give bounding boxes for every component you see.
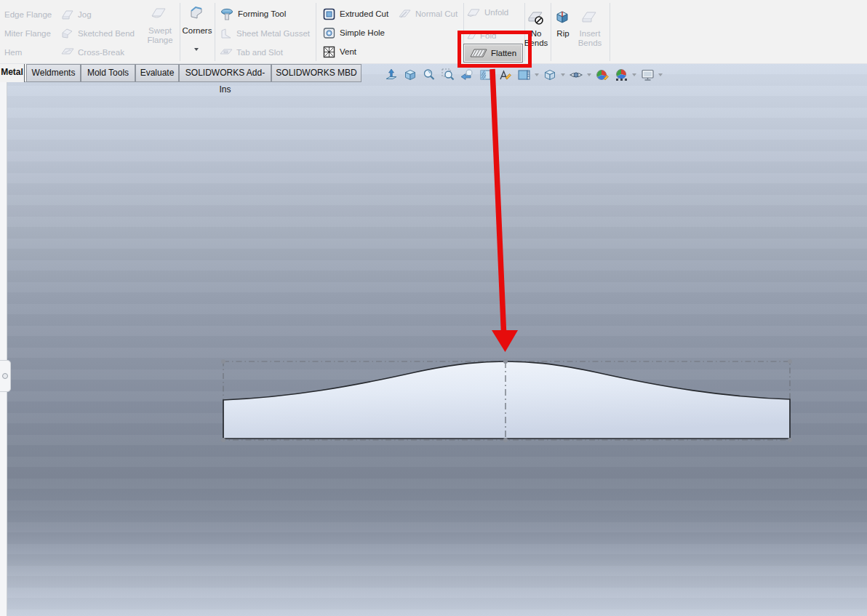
miter-flange-label: Miter Flange (4, 29, 51, 38)
insert-bends-label-1: Insert (574, 29, 606, 39)
vent-label: Vent (340, 47, 356, 56)
forming-tool-button[interactable]: Forming Tool (220, 7, 286, 20)
annotation-highlight-rectangle (458, 31, 532, 68)
forming-tool-icon (220, 7, 234, 21)
zoom-to-area-icon[interactable] (440, 68, 456, 82)
dropdown-caret[interactable] (587, 73, 591, 76)
display-style-cube-icon[interactable] (542, 68, 558, 82)
sketched-bend-label: Sketched Bend (78, 29, 135, 38)
part-profile[interactable] (223, 361, 790, 439)
heads-up-view-toolbar (383, 67, 663, 83)
cross-break-button: Cross-Break (61, 46, 124, 59)
tab-and-slot-label: Tab and Slot (236, 48, 283, 57)
tab-weldments[interactable]: Weldments (26, 64, 81, 82)
extruded-cut-label: Extruded Cut (340, 9, 388, 18)
swept-flange-icon (150, 6, 167, 22)
feature-manager-collapsed-strip[interactable] (0, 82, 7, 616)
previous-view-icon[interactable] (459, 68, 475, 82)
tab-mold-tools-label: Mold Tools (87, 68, 129, 78)
normal-cut-icon (398, 8, 412, 20)
sheet-metal-part[interactable] (7, 64, 867, 616)
hide-show-items-eye-icon[interactable] (568, 68, 584, 82)
zoom-to-fit-icon[interactable] (383, 68, 399, 82)
toolbar-separator (610, 3, 610, 61)
tab-and-slot-icon (220, 47, 233, 58)
annotation-views-icon[interactable] (497, 68, 513, 82)
no-bends-icon (527, 9, 546, 27)
hem-button: Hem (4, 46, 22, 59)
edit-appearance-ball-icon[interactable] (594, 68, 610, 82)
tab-solidworks-addins[interactable]: SOLIDWORKS Add-Ins (179, 64, 271, 82)
zoom-fit-magnifier-icon[interactable] (421, 68, 437, 82)
simple-hole-button[interactable]: Simple Hole (322, 26, 385, 39)
cross-break-label: Cross-Break (78, 48, 124, 57)
tab-weldments-label: Weldments (32, 68, 76, 78)
sheet-metal-toolbar: Edge Flange Miter Flange Hem Jog Sketche… (0, 0, 867, 64)
swept-flange-label-1: Swept (144, 26, 176, 36)
dropdown-caret[interactable] (535, 73, 539, 76)
insert-bends-icon (580, 9, 598, 25)
corners-dropdown-caret[interactable] (194, 48, 199, 51)
apply-scene-ball-icon[interactable] (613, 68, 629, 82)
jog-label: Jog (78, 10, 92, 19)
sheet-metal-gusset-button: Sheet Metal Gusset (220, 27, 310, 40)
simple-hole-icon (322, 26, 336, 40)
simple-hole-label: Simple Hole (340, 28, 385, 37)
jog-button: Jog (61, 8, 92, 21)
solidworks-window: { "toolbar": { "edge_flange": "Edge Flan… (0, 0, 867, 616)
tab-and-slot-button: Tab and Slot (220, 46, 283, 59)
forming-tool-label: Forming Tool (238, 9, 286, 18)
corners-button[interactable]: Corners (180, 26, 214, 36)
tab-sheet-metal-label: Metal (1, 67, 23, 77)
normal-cut-label: Normal Cut (415, 9, 458, 18)
jog-icon (61, 9, 74, 20)
view-settings-monitor-icon[interactable] (639, 68, 655, 82)
normal-cut-button: Normal Cut (398, 7, 458, 20)
unfold-button: Unfold (466, 6, 508, 19)
unfold-icon (466, 7, 481, 19)
dropdown-caret[interactable] (561, 73, 565, 76)
tab-sheet-metal[interactable]: Metal (0, 64, 25, 82)
cross-break-icon (61, 47, 74, 58)
section-view-icon[interactable] (478, 68, 494, 82)
dropdown-caret[interactable] (658, 73, 663, 76)
tab-solidworks-mbd-label: SOLIDWORKS MBD (276, 68, 356, 78)
tab-evaluate[interactable]: Evaluate (135, 64, 179, 82)
tab-solidworks-mbd[interactable]: SOLIDWORKS MBD (271, 64, 361, 82)
vent-button[interactable]: Vent (322, 45, 356, 58)
sketched-bend-button: Sketched Bend (61, 27, 135, 40)
hem-label: Hem (4, 48, 22, 57)
toolbar-separator (215, 3, 215, 61)
apply-scene-thumb-icon[interactable] (516, 68, 532, 82)
insert-bends-label-2: Bends (574, 39, 606, 48)
tab-mold-tools[interactable]: Mold Tools (81, 64, 135, 82)
insert-bends-button: Insert Bends (574, 29, 606, 48)
swept-flange-label-2: Flange (144, 36, 176, 45)
panel-expand-tab[interactable] (0, 360, 11, 392)
edge-flange-button: Edge Flange (4, 8, 52, 21)
miter-flange-button: Miter Flange (4, 27, 51, 40)
extruded-cut-button[interactable]: Extruded Cut (322, 7, 388, 20)
view-cube-icon[interactable] (402, 68, 418, 82)
panel-expand-knob-icon (2, 373, 8, 379)
vent-icon (322, 45, 336, 59)
swept-flange-button: Swept Flange (144, 26, 176, 45)
sheet-metal-gusset-label: Sheet Metal Gusset (236, 29, 310, 38)
toolbar-separator (316, 3, 316, 61)
sheet-metal-gusset-icon (220, 28, 233, 40)
unfold-label: Unfold (484, 8, 508, 17)
tab-evaluate-label: Evaluate (140, 68, 175, 78)
dropdown-caret[interactable] (632, 73, 636, 76)
extruded-cut-icon (322, 7, 336, 21)
rip-icon (555, 9, 571, 25)
sketched-bend-icon (61, 28, 74, 39)
corners-label: Corners (180, 26, 214, 36)
corners-icon (188, 4, 205, 22)
edge-flange-label: Edge Flange (4, 10, 52, 19)
